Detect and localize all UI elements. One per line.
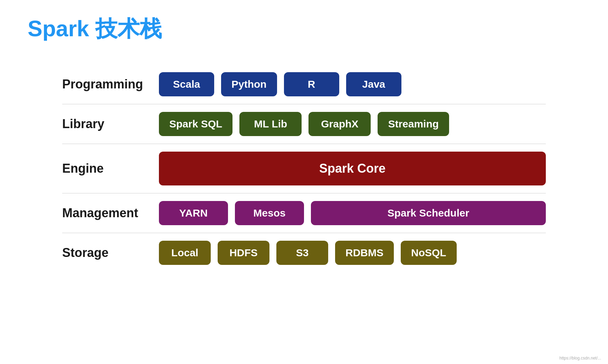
chip-spark-core: Spark Core: [159, 152, 546, 185]
watermark: https://blog.csdn.net/...: [559, 356, 601, 361]
stack-diagram: ProgrammingScalaPythonRJavaLibrarySpark …: [62, 65, 546, 272]
label-management: Management: [62, 206, 159, 220]
chip-hdfs: HDFS: [218, 241, 269, 265]
chip-s3: S3: [276, 241, 328, 265]
chip-rdbms: RDBMS: [335, 241, 394, 265]
chip-ml-lib: ML Lib: [239, 112, 302, 136]
row-storage: StorageLocalHDFSS3RDBMSNoSQL: [62, 233, 546, 272]
chip-python: Python: [221, 72, 277, 96]
row-library: LibrarySpark SQLML LibGraphXStreaming: [62, 104, 546, 144]
chip-r: R: [284, 72, 339, 96]
items-engine: Spark Core: [159, 152, 546, 185]
items-programming: ScalaPythonRJava: [159, 72, 546, 96]
row-engine: EngineSpark Core: [62, 144, 546, 193]
chip-spark-sql: Spark SQL: [159, 112, 232, 136]
chip-nosql: NoSQL: [401, 241, 457, 265]
label-engine: Engine: [62, 161, 159, 176]
row-management: ManagementYARNMesosSpark Scheduler: [62, 193, 546, 233]
chip-graphx: GraphX: [308, 112, 371, 136]
chip-streaming: Streaming: [378, 112, 449, 136]
chip-java: Java: [346, 72, 401, 96]
items-library: Spark SQLML LibGraphXStreaming: [159, 112, 546, 136]
chip-yarn: YARN: [159, 201, 228, 225]
chip-mesos: Mesos: [235, 201, 304, 225]
chip-local: Local: [159, 241, 211, 265]
label-library: Library: [62, 117, 159, 131]
chip-scala: Scala: [159, 72, 214, 96]
page-title: Spark 技术栈: [28, 14, 580, 44]
chip-spark-scheduler: Spark Scheduler: [311, 201, 546, 225]
items-management: YARNMesosSpark Scheduler: [159, 201, 546, 225]
items-storage: LocalHDFSS3RDBMSNoSQL: [159, 241, 546, 265]
label-storage: Storage: [62, 246, 159, 260]
label-programming: Programming: [62, 77, 159, 92]
row-programming: ProgrammingScalaPythonRJava: [62, 65, 546, 104]
